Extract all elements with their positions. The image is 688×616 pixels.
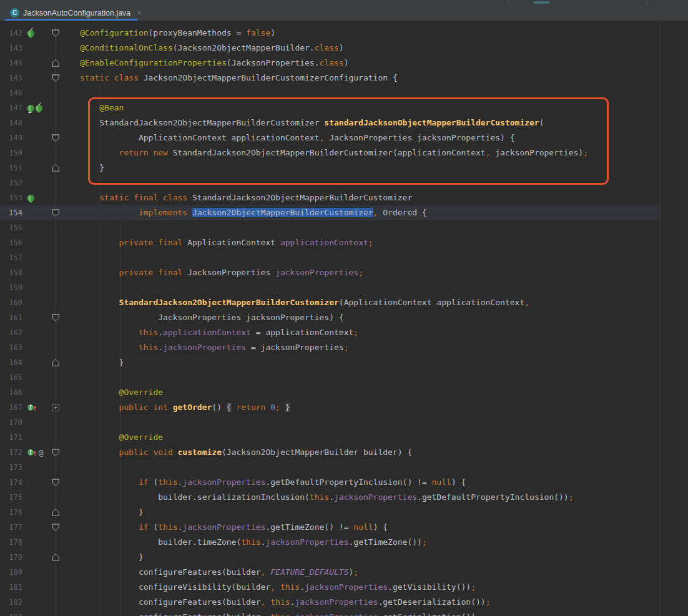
code-text[interactable]: }	[80, 160, 104, 175]
code-token: this	[310, 492, 329, 502]
line-number[interactable]: 177	[0, 520, 22, 535]
code-text[interactable]: builder.timeZone(this.jacksonProperties.…	[80, 535, 427, 550]
editor-tab-bar: C JacksonAutoConfiguration.java ×	[0, 5, 688, 21]
spring-bean-check-icon[interactable]: ✓	[26, 28, 36, 38]
fold-marker-up[interactable]	[52, 554, 59, 561]
line-number[interactable]: 158	[0, 265, 22, 280]
line-number[interactable]: 161	[0, 310, 22, 325]
code-text[interactable]: @ConditionalOnClass(Jackson2ObjectMapper…	[80, 41, 344, 56]
line-number[interactable]: 142	[0, 26, 22, 41]
line-number[interactable]: 180	[0, 565, 22, 580]
spring-bean-check-icon[interactable]: ✓	[34, 103, 44, 113]
fold-marker-up[interactable]	[52, 164, 59, 172]
code-text[interactable]: StandardJackson2ObjectMapperBuilderCusto…	[80, 115, 544, 130]
line-number[interactable]: 183	[0, 610, 22, 616]
code-text[interactable]: private final ApplicationContext applica…	[80, 235, 373, 250]
line-number[interactable]: 171	[0, 430, 22, 445]
line-number[interactable]: 170	[0, 415, 22, 430]
override-up-icon[interactable]: I↑	[27, 404, 37, 412]
code-text[interactable]: @Override	[80, 430, 163, 445]
code-text[interactable]: if (this.jacksonProperties.getTimeZone()…	[80, 520, 388, 535]
code-text[interactable]: JacksonProperties jacksonProperties) {	[80, 310, 344, 325]
line-number[interactable]: 181	[0, 580, 22, 595]
code-text[interactable]: private final JacksonProperties jacksonP…	[80, 265, 363, 280]
line-number[interactable]: 167	[0, 400, 22, 415]
spring-bean-nav-icon[interactable]: ←	[26, 103, 36, 113]
line-number[interactable]: 156	[0, 235, 22, 250]
code-text[interactable]: @Bean	[80, 100, 124, 115]
line-number[interactable]: 173	[0, 460, 22, 475]
line-number[interactable]: 150	[0, 145, 22, 160]
fold-marker-down[interactable]	[52, 524, 59, 531]
code-text[interactable]: static final class StandardJackson2Objec…	[80, 190, 412, 205]
code-text[interactable]: ApplicationContext applicationContext, J…	[80, 130, 515, 145]
line-number[interactable]: 165	[0, 370, 22, 385]
code-text[interactable]: }	[80, 355, 124, 370]
line-number[interactable]: 176	[0, 505, 22, 520]
line-number[interactable]: 162	[0, 325, 22, 340]
code-text[interactable]: builder.serializationInclusion(this.jack…	[80, 490, 574, 505]
line-number[interactable]: 166	[0, 385, 22, 400]
code-text[interactable]: public void customize(Jackson2ObjectMapp…	[80, 445, 412, 460]
line-number[interactable]: 153	[0, 190, 22, 205]
fold-marker-down[interactable]	[52, 314, 59, 321]
code-editor[interactable]: 142✓@Configuration(proxyBeanMethods = fa…	[0, 21, 688, 616]
line-number[interactable]: 164	[0, 355, 22, 370]
fold-marker-down[interactable]	[52, 209, 59, 217]
at-icon[interactable]: @	[39, 449, 44, 457]
line-number[interactable]: 155	[0, 220, 22, 235]
line-number[interactable]: 172	[0, 445, 22, 460]
override-up-icon[interactable]: I↑	[27, 449, 37, 457]
code-text[interactable]: configureVisibility(builder, this.jackso…	[80, 580, 476, 595]
line-number[interactable]: 175	[0, 490, 22, 505]
code-text[interactable]: return new StandardJackson2ObjectMapperB…	[80, 145, 588, 160]
fold-marker-up[interactable]	[52, 59, 59, 67]
fold-marker-down[interactable]	[52, 29, 59, 37]
code-text[interactable]: StandardJackson2ObjectMapperBuilderCusto…	[80, 295, 529, 310]
code-text[interactable]: public int getOrder() { return 0; }	[80, 400, 290, 415]
line-number[interactable]: 174	[0, 475, 22, 490]
fold-marker-up[interactable]	[52, 359, 59, 366]
line-number[interactable]: 145	[0, 71, 22, 86]
code-token: jacksonProperties	[182, 522, 265, 532]
fold-marker-down[interactable]	[52, 479, 59, 486]
code-text[interactable]: configureFeatures(builder, FEATURE_DEFAU…	[80, 565, 358, 580]
line-number[interactable]: 157	[0, 250, 22, 265]
code-text[interactable]: static class Jackson2ObjectMapperBuilder…	[80, 71, 398, 86]
fold-marker-down[interactable]	[52, 449, 59, 456]
code-line: 180configureFeatures(builder, FEATURE_DE…	[0, 565, 660, 580]
line-number[interactable]: 159	[0, 280, 22, 295]
line-number[interactable]: 147	[0, 100, 22, 115]
line-number[interactable]: 148	[0, 115, 22, 130]
line-number[interactable]: 163	[0, 340, 22, 355]
close-icon[interactable]: ×	[137, 8, 142, 17]
code-token: (ApplicationContext applicationContext	[339, 298, 524, 307]
fold-marker-down[interactable]	[52, 74, 59, 82]
line-number[interactable]: 152	[0, 175, 22, 190]
fold-marker-down[interactable]	[52, 134, 59, 142]
code-text[interactable]: @Override	[80, 385, 163, 400]
code-text[interactable]: implements Jackson2ObjectMapperBuilderCu…	[80, 205, 427, 220]
code-text[interactable]: @EnableConfigurationProperties(JacksonPr…	[80, 56, 349, 71]
fold-marker-plus[interactable]: +	[52, 404, 59, 411]
line-number[interactable]: 179	[0, 550, 22, 565]
fold-marker-up[interactable]	[52, 509, 59, 516]
code-text[interactable]: @Configuration(proxyBeanMethods = false)	[80, 26, 275, 41]
line-number[interactable]: 143	[0, 41, 22, 56]
line-number[interactable]: 144	[0, 56, 22, 71]
code-text[interactable]: this.jacksonProperties = jacksonProperti…	[80, 340, 348, 355]
line-number[interactable]: 154	[0, 205, 22, 220]
code-text[interactable]: this.applicationContext = applicationCon…	[80, 325, 358, 340]
line-number[interactable]: 178	[0, 535, 22, 550]
code-text[interactable]: }	[80, 550, 144, 565]
line-number[interactable]: 146	[0, 86, 22, 100]
code-text[interactable]: configureFeatures(builder, this.jacksonP…	[80, 595, 490, 610]
code-text[interactable]: if (this.jacksonProperties.getDefaultPro…	[80, 475, 466, 490]
code-text[interactable]: configureFeatures(builder, this.jacksonP…	[80, 610, 481, 616]
line-number[interactable]: 149	[0, 130, 22, 145]
spring-bean-icon[interactable]	[26, 193, 36, 203]
code-text[interactable]: }	[80, 505, 144, 520]
line-number[interactable]: 160	[0, 295, 22, 310]
line-number[interactable]: 151	[0, 160, 22, 175]
line-number[interactable]: 182	[0, 595, 22, 610]
